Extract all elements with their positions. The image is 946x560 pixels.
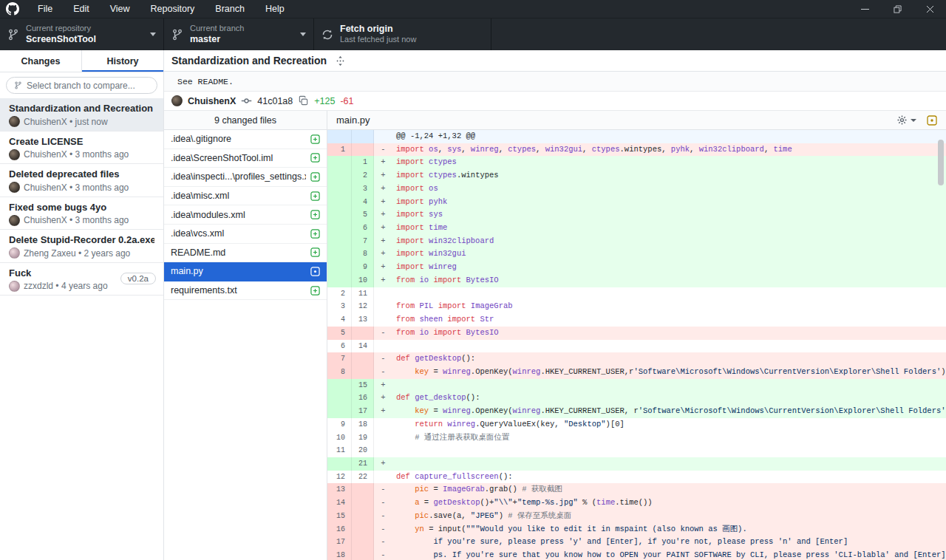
commit-description: See README. xyxy=(164,72,946,92)
file-row[interactable]: README.md xyxy=(164,244,327,263)
file-name: README.md xyxy=(171,247,306,258)
tab-changes[interactable]: Changes xyxy=(0,50,81,72)
menu-help[interactable]: Help xyxy=(255,0,295,18)
new-line-number: 15 xyxy=(352,379,374,392)
modified-file-icon xyxy=(927,115,937,126)
menu-file[interactable]: File xyxy=(27,0,63,18)
code-text: key = winreg.OpenKey(winreg.HKEY_CURRENT… xyxy=(392,366,946,379)
file-row[interactable]: .idea\misc.xml xyxy=(164,187,327,206)
diff-marker: + xyxy=(374,405,392,418)
commit-list-item[interactable]: Create LICENSEChuishenX • 3 months ago xyxy=(0,132,163,165)
tab-history[interactable]: History xyxy=(81,50,163,72)
file-row[interactable]: .idea\inspecti...\profiles_settings.xml xyxy=(164,168,327,187)
old-line-number: 9 xyxy=(327,418,352,431)
commit-sha: 41c01a8 xyxy=(257,96,293,106)
commit-list-item[interactable]: Delete Stupid-Recorder 0.2a.exeZheng Zax… xyxy=(0,230,163,263)
copy-icon[interactable] xyxy=(298,95,309,106)
diff-line: 15+ xyxy=(327,379,946,392)
code-text: # 通过注册表获取桌面位置 xyxy=(392,431,946,445)
old-line-number: 4 xyxy=(327,313,352,327)
window-controls xyxy=(848,0,946,18)
changed-files-header: 9 changed files xyxy=(164,111,327,130)
current-branch-button[interactable]: Current branch master xyxy=(164,18,314,50)
commit-author: ChuishenX xyxy=(188,96,236,106)
diff-marker: + xyxy=(374,196,392,209)
diff-line: 3+import os xyxy=(327,182,946,196)
diff-marker: + xyxy=(374,261,392,274)
file-row[interactable]: requirements.txt xyxy=(164,281,327,301)
diff-scrollbar[interactable] xyxy=(938,140,944,185)
diff-marker xyxy=(374,340,392,353)
old-line-number xyxy=(327,247,352,261)
old-line-number: 7 xyxy=(327,352,352,366)
menu-bar: FileEditViewRepositoryBranchHelp xyxy=(27,0,295,18)
diff-line: 5+import sys xyxy=(327,208,946,222)
close-button[interactable] xyxy=(913,0,946,18)
file-name: main.py xyxy=(171,266,306,276)
commit-summary-header: Standardization and Recreation xyxy=(164,50,946,72)
code-text: import winreg xyxy=(392,261,946,274)
commit-list-item[interactable]: Standardization and RecreationChuishenX … xyxy=(0,98,163,132)
gear-icon xyxy=(896,115,908,126)
expand-summary-icon[interactable] xyxy=(335,55,346,66)
menu-edit[interactable]: Edit xyxy=(63,0,100,18)
new-line-number: 22 xyxy=(352,471,374,484)
old-line-number: 18 xyxy=(327,549,352,560)
diff-line: 15- pic.save(a, "JPEG") # 保存至系统桌面 xyxy=(327,510,946,523)
fetch-origin-button[interactable]: Fetch origin Last fetched just now xyxy=(314,18,491,50)
menu-branch[interactable]: Branch xyxy=(205,0,255,18)
new-line-number xyxy=(352,130,374,143)
diff-marker: + xyxy=(374,156,392,169)
code-text: from PIL import ImageGrab xyxy=(392,300,946,313)
commit-icon xyxy=(241,95,252,106)
diff-options-button[interactable] xyxy=(896,115,916,126)
old-line-number xyxy=(327,274,352,287)
fetch-subtitle: Last fetched just now xyxy=(340,35,416,45)
compare-branch-input[interactable]: Select branch to compare... xyxy=(6,77,157,94)
restore-button[interactable] xyxy=(881,0,913,18)
menu-view[interactable]: View xyxy=(100,0,140,18)
diff-line: 21+ xyxy=(327,457,946,471)
new-line-number: 20 xyxy=(352,444,374,457)
commit-history-list: Standardization and RecreationChuishenX … xyxy=(0,98,163,560)
chevron-down-icon xyxy=(150,33,156,36)
chevron-down-icon xyxy=(911,119,916,122)
commit-item-title: Delete Stupid-Recorder 0.2a.exe xyxy=(9,234,154,245)
commit-list-item[interactable]: Fuckzzxdzld • 4 years agov0.2a xyxy=(0,263,163,296)
commit-item-title: Fixed some bugs 4yo xyxy=(9,202,154,213)
diff-line: 1222def capture_fullscreen(): xyxy=(327,471,946,484)
diff-marker: - xyxy=(374,536,392,549)
file-row[interactable]: .idea\modules.xml xyxy=(164,205,327,225)
github-logo-icon xyxy=(6,2,19,16)
file-row[interactable]: .idea\vcs.xml xyxy=(164,225,327,244)
commit-list-item[interactable]: Fixed some bugs 4yoChuishenX • 3 months … xyxy=(0,197,163,231)
old-line-number: 17 xyxy=(327,536,352,549)
new-line-number: 14 xyxy=(352,340,374,353)
code-text: import win32clipboard xyxy=(392,235,946,248)
menu-repository[interactable]: Repository xyxy=(140,0,205,18)
file-row[interactable]: .idea\.gitignore xyxy=(164,130,327,149)
file-row[interactable]: .idea\ScreenShotTool.iml xyxy=(164,149,327,168)
new-line-number: 9 xyxy=(352,261,374,274)
avatar xyxy=(9,116,20,127)
minimize-button[interactable] xyxy=(848,0,881,18)
new-line-number: 18 xyxy=(352,418,374,431)
diff-line: 1-import os, sys, winreg, ctypes, win32g… xyxy=(327,143,946,157)
commit-item-title: Standardization and Recreation xyxy=(9,103,154,114)
commit-list-item[interactable]: Deleted deprecated filesChuishenX • 3 mo… xyxy=(0,164,163,197)
new-line-number xyxy=(352,143,374,157)
added-file-icon xyxy=(310,229,320,239)
commit-item-author-time: ChuishenX • 3 months ago xyxy=(24,215,129,225)
repository-icon xyxy=(7,29,19,41)
file-row[interactable]: main.py xyxy=(164,262,327,281)
diff-line: 6+import time xyxy=(327,222,946,235)
current-repository-button[interactable]: Current repository ScreenShotTool xyxy=(0,18,164,50)
new-line-number: 10 xyxy=(352,274,374,287)
diff-marker: + xyxy=(374,235,392,248)
new-line-number: 21 xyxy=(352,457,374,471)
main-panel: Standardization and Recreation See READM… xyxy=(164,50,946,560)
old-line-number: 12 xyxy=(327,471,352,484)
file-name: .idea\.gitignore xyxy=(171,134,306,144)
avatar xyxy=(9,247,20,259)
code-text: pic.save(a, "JPEG") # 保存至系统桌面 xyxy=(392,510,946,523)
